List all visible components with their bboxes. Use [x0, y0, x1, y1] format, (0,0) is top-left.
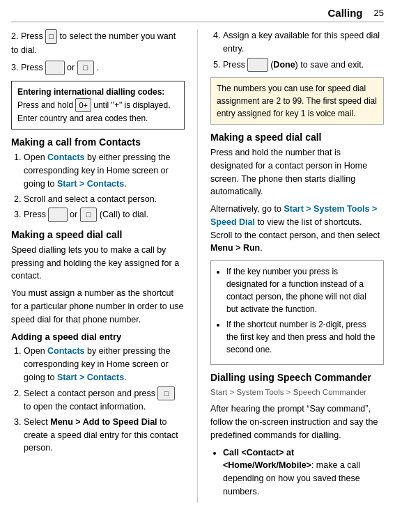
right-steps-list: Assign a key available for this speed di…	[210, 29, 384, 72]
step-3: 3. Press or □ .	[11, 61, 185, 75]
start-contacts-link-2: Start > Contacts	[57, 373, 124, 382]
soft-btn-contact-info: □	[157, 386, 175, 401]
speed-dial-bullet-list: If the key number you press is designate…	[217, 265, 378, 356]
page-number: 25	[374, 8, 384, 18]
speed-dial-section-title: Making a speed dial call	[11, 229, 185, 240]
zero-plus-btn: 0+	[75, 98, 91, 113]
step-3-period: .	[97, 63, 99, 72]
menu-run-label: Menu > Run	[210, 243, 260, 253]
intl-dialling-box: Entering international dialling codes: P…	[11, 81, 185, 130]
step-3-num: 3.	[11, 63, 21, 72]
intl-dialling-title: Entering international dialling codes:	[17, 87, 164, 97]
speed-call-para1: Press and hold the number that is design…	[210, 146, 384, 198]
soft-btn-contacts-right: □	[80, 208, 98, 222]
speech-commander-para1: After hearing the prompt “Say command”, …	[210, 402, 384, 441]
step-2: 2. Press □ to select the number you want…	[11, 29, 185, 56]
page-header: Calling 25	[11, 7, 384, 22]
step-3-or: or	[67, 63, 77, 72]
speech-bullet-1: Call <Contact> at <Home/Work/Mobile>: ma…	[223, 446, 384, 499]
add-speed-step-1: Open Contacts by either pressing the cor…	[24, 345, 185, 384]
add-speed-dial-steps: Open Contacts by either pressing the cor…	[11, 345, 185, 455]
contacts-section-title: Making a call from Contacts	[11, 136, 185, 148]
bullet-item-2: If the shortcut number is 2-digit, press…	[226, 318, 378, 356]
soft-btn-left	[45, 61, 64, 75]
right-step-4: Assign a key available for this speed di…	[223, 29, 384, 56]
soft-btn-right: □	[77, 61, 95, 75]
speech-commander-list: Call <Contact> at <Home/Work/Mobile>: ma…	[210, 446, 384, 499]
speed-call-title: Making a speed dial call	[210, 132, 384, 143]
done-btn	[247, 58, 268, 72]
done-label: Done	[273, 60, 295, 70]
speech-commander-subtitle: Start > System Tools > Speech Commander	[210, 386, 384, 398]
speed-call-para2: Alternatively, go to Start > System Tool…	[210, 203, 384, 255]
call-contact-label: Call <Contact> at <Home/Work/Mobile>	[223, 448, 311, 471]
speed-dial-bullet-box: If the key number you press is designate…	[210, 260, 384, 365]
add-speed-dial-title: Adding a speed dial entry	[11, 331, 185, 342]
speech-commander-title: Dialling using Speech Commander	[210, 372, 384, 383]
speed-dial-note-box: The numbers you can use for speed dial a…	[210, 77, 384, 125]
intl-dialling-body1: Press and hold	[17, 100, 75, 110]
column-divider	[197, 29, 198, 503]
contacts-link-1: Contacts	[47, 152, 84, 162]
start-system-speed-link: Start > System Tools > Speed Dial	[210, 204, 377, 227]
bullet-item-1: If the key number you press is designate…	[226, 265, 378, 315]
step-3-text: Press	[21, 63, 45, 72]
menu-add-speed-dial: Menu > Add to Speed Dial	[50, 417, 157, 427]
start-contacts-link-1: Start > Contacts	[57, 179, 124, 189]
step-2-text: Press	[21, 31, 45, 41]
add-speed-step-2: Select a contact person and press □ to o…	[24, 386, 185, 414]
speed-dial-note-text: The numbers you can use for speed dial a…	[217, 84, 377, 118]
contacts-step-1: Open Contacts by either pressing the cor…	[24, 151, 185, 190]
contacts-steps-list: Open Contacts by either pressing the cor…	[11, 151, 185, 222]
contacts-step-3: Press or □ (Call) to dial.	[24, 208, 185, 222]
contacts-step-2: Scroll and select a contact person.	[24, 193, 185, 206]
speed-dial-para1: Speed dialling lets you to make a call b…	[11, 244, 185, 283]
header-title: Calling	[187, 7, 362, 19]
right-step-5: Press (Done) to save and exit.	[223, 58, 384, 72]
key-btn-select: □	[45, 29, 57, 44]
left-column: 2. Press □ to select the number you want…	[11, 29, 185, 503]
contacts-link-2: Contacts	[47, 346, 84, 356]
speed-dial-para2: You must assign a number as the shortcut…	[11, 287, 185, 326]
right-column: Assign a key available for this speed di…	[210, 29, 384, 503]
add-speed-step-3: Select Menu > Add to Speed Dial to creat…	[24, 416, 185, 455]
soft-btn-contacts-left	[48, 208, 67, 222]
step-2-num: 2.	[11, 31, 21, 41]
